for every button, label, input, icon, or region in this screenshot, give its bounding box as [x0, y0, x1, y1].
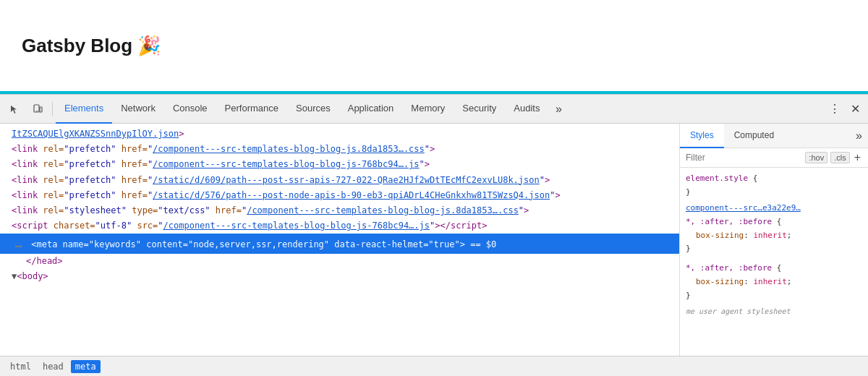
cls-filter-btn[interactable]: .cls [830, 152, 850, 163]
tab-performance[interactable]: Performance [216, 95, 287, 124]
styles-content: element.style { } component---src…e3a22e… [680, 168, 868, 356]
hov-filter-btn[interactable]: :hov [805, 152, 827, 163]
device-icon-btn[interactable] [26, 98, 49, 121]
component-rule-2: *, :after, :before { box-sizing: inherit… [680, 260, 868, 304]
tab-network[interactable]: Network [112, 95, 164, 124]
code-line-4[interactable]: <link rel="prefetch" href="/static/d/609… [0, 173, 679, 188]
close-devtools-btn[interactable]: ✕ [845, 99, 865, 119]
breadcrumb-meta[interactable]: meta [71, 360, 101, 373]
code-line-3[interactable]: <link rel="prefetch" href="/component---… [0, 157, 679, 172]
tab-application[interactable]: Application [339, 95, 403, 124]
devtools-main: ItZSCAQUElgXKANZSSnnDypIlOY.json> <link … [0, 124, 868, 356]
code-line-body[interactable]: ▼<body> [0, 269, 679, 284]
tab-styles[interactable]: Styles [680, 124, 724, 148]
more-tabs-btn[interactable]: » [548, 99, 569, 119]
add-style-btn[interactable]: + [853, 151, 862, 164]
tab-elements[interactable]: Elements [56, 95, 112, 124]
code-line-meta[interactable]: … <meta name="keywords" content="node,se… [0, 234, 679, 254]
cursor-icon-btn[interactable] [3, 98, 26, 121]
breadcrumb-bar: html head meta [0, 356, 868, 376]
devtools-panel: Elements Network Console Performance Sou… [0, 94, 868, 376]
styles-more-btn[interactable]: » [850, 124, 868, 148]
toolbar-separator [52, 102, 53, 116]
breadcrumb-head[interactable]: head [38, 360, 68, 373]
tab-sources[interactable]: Sources [287, 95, 339, 124]
ua-label: me user agent stylesheet [680, 304, 868, 319]
page-area: Gatsby Blog 🎉 [0, 0, 868, 94]
filter-input[interactable] [686, 153, 802, 163]
styles-panel: Styles Computed » :hov .cls + element.st… [680, 124, 868, 356]
tab-audits[interactable]: Audits [505, 95, 548, 124]
breadcrumb-html[interactable]: html [6, 360, 35, 373]
styles-filter-bar: :hov .cls + [680, 148, 868, 168]
element-style-rule: element.style { } [680, 171, 868, 200]
devtools-toolbar: Elements Network Console Performance Sou… [0, 95, 868, 124]
code-line-5[interactable]: <link rel="prefetch" href="/static/d/576… [0, 188, 679, 203]
code-line-close-head[interactable]: </head> [0, 254, 679, 269]
code-line-1[interactable]: ItZSCAQUElgXKANZSSnnDypIlOY.json> [0, 127, 679, 142]
tab-security[interactable]: Security [454, 95, 505, 124]
site-title: Gatsby Blog 🎉 [22, 35, 161, 57]
elements-panel: ItZSCAQUElgXKANZSSnnDypIlOY.json> <link … [0, 124, 680, 356]
svg-rect-1 [40, 107, 42, 112]
kebab-menu-btn[interactable]: ⋮ [825, 99, 845, 119]
tab-computed[interactable]: Computed [724, 124, 784, 148]
code-line-6[interactable]: <link rel="stylesheet" type="text/css" h… [0, 203, 679, 218]
tab-memory[interactable]: Memory [402, 95, 454, 124]
styles-panel-tabs: Styles Computed » [680, 124, 868, 148]
code-line-2[interactable]: <link rel="prefetch" href="/component---… [0, 142, 679, 157]
tab-console[interactable]: Console [164, 95, 216, 124]
code-line-7[interactable]: <script charset="utf-8" src="/component-… [0, 218, 679, 234]
component-rule-1: component---src…e3a22e9… *, :after, :bef… [680, 200, 868, 257]
